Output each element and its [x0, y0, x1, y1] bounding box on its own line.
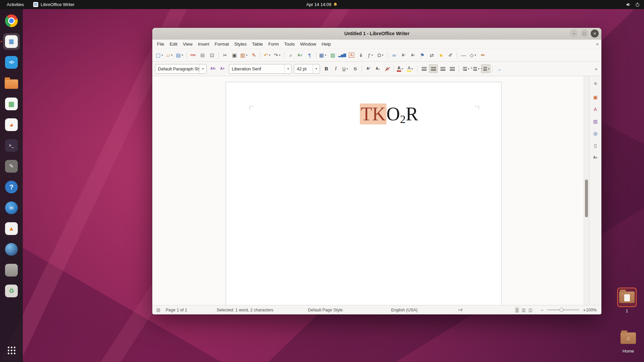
- zoom-slider-handle[interactable]: [559, 308, 564, 312]
- export-pdf-button[interactable]: PDF: [189, 51, 198, 60]
- menu-item-form[interactable]: Form: [266, 40, 282, 49]
- close-button[interactable]: [591, 29, 599, 38]
- paragraph-style-combo[interactable]: Default Paragraph Style: [155, 64, 207, 74]
- subscript-button[interactable]: A₂: [373, 64, 382, 73]
- basic-shapes-button[interactable]: ◇: [469, 51, 478, 60]
- multi-page-view-button[interactable]: ▯▯: [521, 307, 526, 313]
- dock-thunderbird-icon[interactable]: ✉: [3, 199, 20, 216]
- find-replace-button[interactable]: ⌕: [286, 51, 295, 60]
- insert-comment-button[interactable]: ■: [437, 51, 445, 60]
- highlight-color-button[interactable]: A: [406, 64, 415, 73]
- menu-item-insert[interactable]: Insert: [195, 40, 212, 49]
- insert-special-character-button[interactable]: Ω: [376, 51, 385, 60]
- toolbar-overflow-button[interactable]: [594, 66, 599, 71]
- scrollbar-thumb[interactable]: [585, 180, 588, 217]
- font-size-combo[interactable]: 42 pt: [294, 64, 320, 74]
- page-style-status[interactable]: Default Page Style: [308, 305, 343, 314]
- font-color-button[interactable]: A: [396, 64, 405, 73]
- cut-button[interactable]: ✂: [221, 51, 229, 60]
- activities-button[interactable]: Activities: [4, 0, 26, 9]
- selection-mode-icon[interactable]: [458, 305, 462, 314]
- redo-button[interactable]: ↷: [273, 51, 282, 60]
- insert-textbox-button[interactable]: A: [347, 51, 356, 60]
- close-document-button[interactable]: [596, 40, 599, 49]
- menu-item-styles[interactable]: Styles: [232, 40, 250, 49]
- show-draw-functions-button[interactable]: ✏: [479, 51, 487, 60]
- outline-list-button[interactable]: [481, 64, 490, 73]
- font-name-combo[interactable]: Liberation Serif: [229, 64, 292, 74]
- document-text-line[interactable]: TKO2R: [250, 103, 478, 126]
- font-name-dropdown-arrow[interactable]: [284, 64, 291, 73]
- align-right-button[interactable]: [438, 64, 447, 73]
- print-button[interactable]: ⊟: [198, 51, 207, 60]
- increase-indent-button[interactable]: →: [495, 64, 503, 73]
- insert-cross-reference-button[interactable]: ⇄: [427, 51, 436, 60]
- ordered-list-button[interactable]: [471, 64, 480, 73]
- paragraph-style-dropdown-arrow[interactable]: [199, 64, 206, 73]
- page-count-status[interactable]: Page 1 of 1: [166, 305, 187, 314]
- title-bar[interactable]: Untitled 1 - LibreOffice Writer: [152, 28, 601, 40]
- bold-button[interactable]: B: [322, 64, 331, 73]
- dock-vscode-icon[interactable]: </>: [3, 54, 20, 71]
- dock-files-icon[interactable]: [3, 75, 20, 92]
- dock-blue-orb-app-icon[interactable]: [3, 241, 20, 258]
- undo-button[interactable]: ↶: [263, 51, 272, 60]
- minimize-button[interactable]: [570, 29, 578, 38]
- align-left-button[interactable]: [420, 64, 428, 73]
- insert-page-break-button[interactable]: ↡: [357, 51, 365, 60]
- insert-field-button[interactable]: ƒ: [366, 51, 375, 60]
- insert-endnote-button[interactable]: Aⁿ: [409, 51, 417, 60]
- menu-item-view[interactable]: View: [180, 40, 195, 49]
- menu-item-table[interactable]: Table: [249, 40, 265, 49]
- dock-chrome-icon[interactable]: [3, 12, 20, 29]
- menu-item-format[interactable]: Format: [212, 40, 232, 49]
- sidebar-properties-icon[interactable]: ▣: [591, 93, 600, 102]
- save-button[interactable]: ▤: [175, 51, 184, 60]
- spelling-button[interactable]: A✓: [296, 51, 305, 60]
- clear-formatting-button[interactable]: A: [383, 64, 391, 73]
- menu-item-help[interactable]: Help: [319, 40, 334, 49]
- update-style-button[interactable]: A↻: [209, 64, 217, 73]
- sidebar-page-icon[interactable]: ▯: [591, 141, 600, 150]
- sidebar-styles-icon[interactable]: A: [591, 105, 600, 114]
- paste-button[interactable]: ▥: [239, 51, 249, 60]
- dock-libreoffice-writer-icon[interactable]: ≣: [3, 33, 20, 50]
- desktop-home-folder[interactable]: Home: [617, 329, 639, 354]
- clock-button[interactable]: Apr 14 14:09: [306, 0, 337, 9]
- menu-item-window[interactable]: Window: [298, 40, 319, 49]
- insert-table-button[interactable]: ▦: [318, 51, 328, 60]
- sidebar-menu-icon[interactable]: ≡: [591, 79, 600, 88]
- menu-item-file[interactable]: File: [154, 40, 167, 49]
- desktop-folder-1[interactable]: 1: [616, 288, 638, 313]
- dock-help-icon[interactable]: ?: [3, 179, 20, 195]
- strikethrough-button[interactable]: S: [351, 64, 360, 73]
- insert-line-button[interactable]: —: [459, 51, 468, 60]
- insert-footnote-button[interactable]: A¹: [399, 51, 408, 60]
- dock-libreoffice-impress-icon[interactable]: ◕: [3, 116, 20, 133]
- system-status-area[interactable]: [626, 2, 640, 7]
- insert-bookmark-button[interactable]: ⚑: [418, 51, 427, 60]
- font-size-dropdown-arrow[interactable]: [313, 64, 320, 73]
- dock-vlc-icon[interactable]: ▲: [3, 220, 20, 237]
- zoom-level[interactable]: 100%: [586, 305, 597, 314]
- sidebar-navigator-icon[interactable]: ◎: [591, 129, 600, 138]
- dock-terminal-icon[interactable]: >_: [3, 137, 20, 154]
- insert-hyperlink-button[interactable]: ∞: [390, 51, 398, 60]
- insert-chart-button[interactable]: ▂▅▇: [338, 51, 346, 60]
- copy-button[interactable]: ▣: [230, 51, 239, 60]
- document-page[interactable]: TKO2R: [226, 82, 501, 305]
- sidebar-gallery-icon[interactable]: ▨: [591, 117, 600, 126]
- track-changes-button[interactable]: ✐: [446, 51, 455, 60]
- dock-gimp-icon[interactable]: ✎: [3, 158, 20, 175]
- clone-formatting-button[interactable]: ✎: [250, 51, 258, 60]
- menu-item-edit[interactable]: Edit: [167, 40, 180, 49]
- book-view-button[interactable]: ◫: [528, 307, 533, 313]
- align-center-button[interactable]: [429, 64, 438, 73]
- formatting-marks-button[interactable]: ¶: [305, 51, 314, 60]
- new-document-button[interactable]: ▢: [155, 51, 164, 60]
- selection-status[interactable]: Selected: 1 word, 2 characters: [217, 305, 273, 314]
- single-page-view-button[interactable]: ▯: [515, 307, 519, 313]
- dock-trash-icon[interactable]: ♻: [3, 283, 20, 299]
- zoom-in-button[interactable]: [583, 305, 586, 314]
- align-justify-button[interactable]: [448, 64, 457, 73]
